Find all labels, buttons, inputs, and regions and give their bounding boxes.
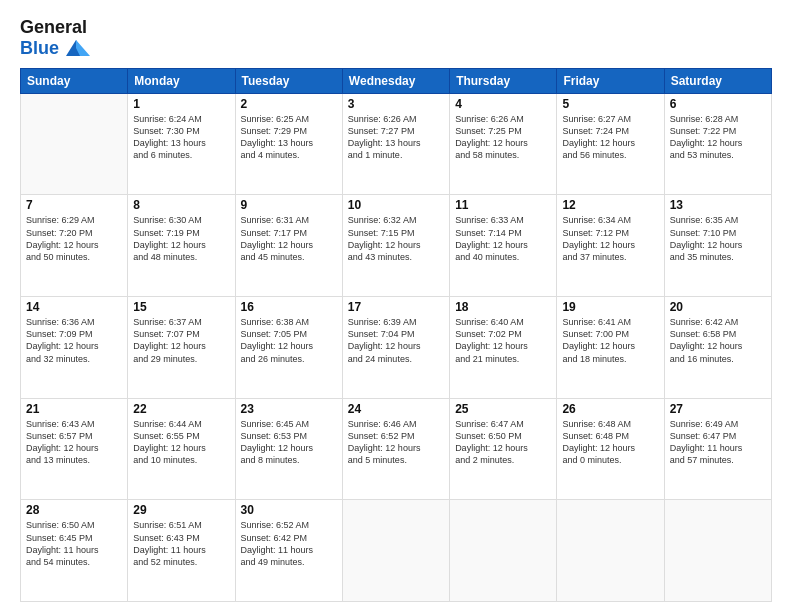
- logo-icon: [62, 38, 90, 60]
- weekday-wednesday: Wednesday: [342, 68, 449, 93]
- day-cell: 2Sunrise: 6:25 AM Sunset: 7:29 PM Daylig…: [235, 93, 342, 195]
- day-info: Sunrise: 6:28 AM Sunset: 7:22 PM Dayligh…: [670, 113, 766, 162]
- day-cell: 18Sunrise: 6:40 AM Sunset: 7:02 PM Dayli…: [450, 297, 557, 399]
- day-info: Sunrise: 6:25 AM Sunset: 7:29 PM Dayligh…: [241, 113, 337, 162]
- day-cell: 27Sunrise: 6:49 AM Sunset: 6:47 PM Dayli…: [664, 398, 771, 500]
- day-info: Sunrise: 6:49 AM Sunset: 6:47 PM Dayligh…: [670, 418, 766, 467]
- day-info: Sunrise: 6:30 AM Sunset: 7:19 PM Dayligh…: [133, 214, 229, 263]
- weekday-sunday: Sunday: [21, 68, 128, 93]
- day-info: Sunrise: 6:34 AM Sunset: 7:12 PM Dayligh…: [562, 214, 658, 263]
- day-info: Sunrise: 6:48 AM Sunset: 6:48 PM Dayligh…: [562, 418, 658, 467]
- day-cell: [342, 500, 449, 602]
- day-number: 21: [26, 402, 122, 416]
- day-info: Sunrise: 6:31 AM Sunset: 7:17 PM Dayligh…: [241, 214, 337, 263]
- day-number: 12: [562, 198, 658, 212]
- day-info: Sunrise: 6:41 AM Sunset: 7:00 PM Dayligh…: [562, 316, 658, 365]
- day-number: 7: [26, 198, 122, 212]
- day-cell: 29Sunrise: 6:51 AM Sunset: 6:43 PM Dayli…: [128, 500, 235, 602]
- day-cell: 14Sunrise: 6:36 AM Sunset: 7:09 PM Dayli…: [21, 297, 128, 399]
- day-cell: 23Sunrise: 6:45 AM Sunset: 6:53 PM Dayli…: [235, 398, 342, 500]
- day-info: Sunrise: 6:45 AM Sunset: 6:53 PM Dayligh…: [241, 418, 337, 467]
- day-cell: 12Sunrise: 6:34 AM Sunset: 7:12 PM Dayli…: [557, 195, 664, 297]
- day-number: 4: [455, 97, 551, 111]
- day-number: 15: [133, 300, 229, 314]
- day-cell: 21Sunrise: 6:43 AM Sunset: 6:57 PM Dayli…: [21, 398, 128, 500]
- day-info: Sunrise: 6:42 AM Sunset: 6:58 PM Dayligh…: [670, 316, 766, 365]
- day-cell: 20Sunrise: 6:42 AM Sunset: 6:58 PM Dayli…: [664, 297, 771, 399]
- day-number: 19: [562, 300, 658, 314]
- day-number: 26: [562, 402, 658, 416]
- header: General Blue: [20, 18, 772, 60]
- day-number: 29: [133, 503, 229, 517]
- day-number: 1: [133, 97, 229, 111]
- day-info: Sunrise: 6:51 AM Sunset: 6:43 PM Dayligh…: [133, 519, 229, 568]
- day-cell: 17Sunrise: 6:39 AM Sunset: 7:04 PM Dayli…: [342, 297, 449, 399]
- day-cell: [557, 500, 664, 602]
- day-info: Sunrise: 6:37 AM Sunset: 7:07 PM Dayligh…: [133, 316, 229, 365]
- day-info: Sunrise: 6:26 AM Sunset: 7:25 PM Dayligh…: [455, 113, 551, 162]
- logo-blue: Blue: [20, 39, 59, 59]
- weekday-thursday: Thursday: [450, 68, 557, 93]
- day-cell: 16Sunrise: 6:38 AM Sunset: 7:05 PM Dayli…: [235, 297, 342, 399]
- day-cell: 24Sunrise: 6:46 AM Sunset: 6:52 PM Dayli…: [342, 398, 449, 500]
- day-number: 10: [348, 198, 444, 212]
- day-cell: 8Sunrise: 6:30 AM Sunset: 7:19 PM Daylig…: [128, 195, 235, 297]
- day-info: Sunrise: 6:36 AM Sunset: 7:09 PM Dayligh…: [26, 316, 122, 365]
- weekday-monday: Monday: [128, 68, 235, 93]
- day-cell: [450, 500, 557, 602]
- day-number: 27: [670, 402, 766, 416]
- week-row-2: 7Sunrise: 6:29 AM Sunset: 7:20 PM Daylig…: [21, 195, 772, 297]
- day-info: Sunrise: 6:40 AM Sunset: 7:02 PM Dayligh…: [455, 316, 551, 365]
- day-cell: 26Sunrise: 6:48 AM Sunset: 6:48 PM Dayli…: [557, 398, 664, 500]
- week-row-5: 28Sunrise: 6:50 AM Sunset: 6:45 PM Dayli…: [21, 500, 772, 602]
- day-info: Sunrise: 6:27 AM Sunset: 7:24 PM Dayligh…: [562, 113, 658, 162]
- day-cell: 15Sunrise: 6:37 AM Sunset: 7:07 PM Dayli…: [128, 297, 235, 399]
- weekday-friday: Friday: [557, 68, 664, 93]
- day-number: 20: [670, 300, 766, 314]
- day-number: 11: [455, 198, 551, 212]
- day-number: 17: [348, 300, 444, 314]
- day-number: 2: [241, 97, 337, 111]
- day-cell: 28Sunrise: 6:50 AM Sunset: 6:45 PM Dayli…: [21, 500, 128, 602]
- day-info: Sunrise: 6:26 AM Sunset: 7:27 PM Dayligh…: [348, 113, 444, 162]
- day-cell: 13Sunrise: 6:35 AM Sunset: 7:10 PM Dayli…: [664, 195, 771, 297]
- weekday-header-row: SundayMondayTuesdayWednesdayThursdayFrid…: [21, 68, 772, 93]
- day-number: 8: [133, 198, 229, 212]
- day-number: 22: [133, 402, 229, 416]
- day-cell: 5Sunrise: 6:27 AM Sunset: 7:24 PM Daylig…: [557, 93, 664, 195]
- day-cell: [664, 500, 771, 602]
- day-cell: 19Sunrise: 6:41 AM Sunset: 7:00 PM Dayli…: [557, 297, 664, 399]
- day-number: 28: [26, 503, 122, 517]
- day-number: 16: [241, 300, 337, 314]
- day-number: 3: [348, 97, 444, 111]
- day-info: Sunrise: 6:33 AM Sunset: 7:14 PM Dayligh…: [455, 214, 551, 263]
- calendar-table: SundayMondayTuesdayWednesdayThursdayFrid…: [20, 68, 772, 602]
- day-number: 24: [348, 402, 444, 416]
- logo-general: General: [20, 18, 90, 38]
- weekday-tuesday: Tuesday: [235, 68, 342, 93]
- day-cell: 25Sunrise: 6:47 AM Sunset: 6:50 PM Dayli…: [450, 398, 557, 500]
- day-cell: 1Sunrise: 6:24 AM Sunset: 7:30 PM Daylig…: [128, 93, 235, 195]
- day-number: 23: [241, 402, 337, 416]
- day-number: 14: [26, 300, 122, 314]
- day-info: Sunrise: 6:50 AM Sunset: 6:45 PM Dayligh…: [26, 519, 122, 568]
- day-cell: 30Sunrise: 6:52 AM Sunset: 6:42 PM Dayli…: [235, 500, 342, 602]
- day-cell: 11Sunrise: 6:33 AM Sunset: 7:14 PM Dayli…: [450, 195, 557, 297]
- day-number: 30: [241, 503, 337, 517]
- week-row-4: 21Sunrise: 6:43 AM Sunset: 6:57 PM Dayli…: [21, 398, 772, 500]
- day-number: 13: [670, 198, 766, 212]
- day-number: 5: [562, 97, 658, 111]
- day-cell: [21, 93, 128, 195]
- weekday-saturday: Saturday: [664, 68, 771, 93]
- day-number: 25: [455, 402, 551, 416]
- page: General Blue SundayMondayTuesdayWednesda…: [0, 0, 792, 612]
- day-info: Sunrise: 6:46 AM Sunset: 6:52 PM Dayligh…: [348, 418, 444, 467]
- day-info: Sunrise: 6:35 AM Sunset: 7:10 PM Dayligh…: [670, 214, 766, 263]
- day-info: Sunrise: 6:38 AM Sunset: 7:05 PM Dayligh…: [241, 316, 337, 365]
- day-cell: 10Sunrise: 6:32 AM Sunset: 7:15 PM Dayli…: [342, 195, 449, 297]
- day-cell: 6Sunrise: 6:28 AM Sunset: 7:22 PM Daylig…: [664, 93, 771, 195]
- day-info: Sunrise: 6:29 AM Sunset: 7:20 PM Dayligh…: [26, 214, 122, 263]
- day-info: Sunrise: 6:52 AM Sunset: 6:42 PM Dayligh…: [241, 519, 337, 568]
- day-number: 18: [455, 300, 551, 314]
- day-cell: 4Sunrise: 6:26 AM Sunset: 7:25 PM Daylig…: [450, 93, 557, 195]
